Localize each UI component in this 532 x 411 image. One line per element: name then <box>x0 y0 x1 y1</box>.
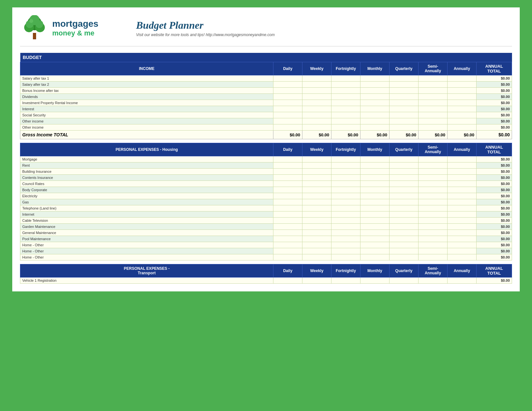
cell-annual-total: $0.00 <box>477 88 512 94</box>
transport-col-annually: Annually <box>448 264 477 278</box>
cell-fortnightly[interactable] <box>331 82 360 88</box>
cell-quarterly[interactable] <box>389 100 419 106</box>
cell-weekly[interactable] <box>302 94 331 100</box>
cell-semi-annually[interactable] <box>419 100 448 106</box>
housing-col-monthly: Monthly <box>360 143 389 156</box>
cell-fortnightly[interactable] <box>331 124 360 131</box>
transport-col-daily: Daily <box>273 264 302 278</box>
table-row: Gas $0.00 <box>20 199 512 205</box>
cell-semi-annually[interactable] <box>419 124 448 131</box>
cell-monthly[interactable] <box>360 88 389 94</box>
cell-fortnightly[interactable] <box>331 100 360 106</box>
table-row: Home - Other $0.00 <box>20 242 512 248</box>
table-row: Vehicle 1 Registration $0.00 <box>20 278 512 284</box>
cell-annually[interactable] <box>448 118 477 124</box>
transport-col-weekly: Weekly <box>302 264 331 278</box>
logo-money: money & me <box>52 29 98 37</box>
cell-fortnightly[interactable] <box>331 88 360 94</box>
transport-col-annual-total: ANNUALTOTAL <box>477 264 512 278</box>
cell-monthly[interactable] <box>360 106 389 112</box>
cell-quarterly[interactable] <box>389 75 419 82</box>
table-row: Body Corporate $0.00 <box>20 187 512 193</box>
cell-weekly[interactable] <box>302 75 331 82</box>
row-label: Home - Other <box>20 242 273 248</box>
col-fortnightly: Fortnightly <box>331 62 360 75</box>
cell-semi-annually[interactable] <box>419 118 448 124</box>
budget-section-header: BUDGET <box>20 53 512 62</box>
transport-col-quarterly: Quarterly <box>389 264 419 278</box>
table-row: Other income $0.00 <box>20 118 512 124</box>
budget-table: BUDGET INCOME Daily Weekly Fortnightly M… <box>20 53 512 284</box>
cell-monthly[interactable] <box>360 75 389 82</box>
cell-daily[interactable] <box>273 82 302 88</box>
header-right: Budget Planner Visit our website for mor… <box>123 19 512 37</box>
col-daily: Daily <box>273 62 302 75</box>
row-label: Salary after tax 1 <box>20 75 273 82</box>
cell-daily[interactable] <box>273 112 302 118</box>
cell-quarterly[interactable] <box>389 118 419 124</box>
cell-fortnightly[interactable] <box>331 106 360 112</box>
cell-monthly[interactable] <box>360 82 389 88</box>
page-title: Budget Planner <box>136 19 512 31</box>
cell-daily[interactable] <box>273 118 302 124</box>
cell-annually[interactable] <box>448 100 477 106</box>
income-label-header: INCOME <box>20 62 273 75</box>
cell-semi-annually[interactable] <box>419 106 448 112</box>
cell-fortnightly[interactable] <box>331 75 360 82</box>
cell-fortnightly[interactable] <box>331 112 360 118</box>
table-row: Bonus Income after tax $0.00 <box>20 88 512 94</box>
total-daily: $0.00 <box>273 131 302 139</box>
table-row: Contents Insurance $0.00 <box>20 175 512 181</box>
cell-annually[interactable] <box>448 106 477 112</box>
cell-monthly[interactable] <box>360 94 389 100</box>
cell-semi-annually[interactable] <box>419 75 448 82</box>
cell-annually[interactable] <box>448 82 477 88</box>
cell-weekly[interactable] <box>302 118 331 124</box>
row-label: Other income <box>20 118 273 124</box>
cell-weekly[interactable] <box>302 124 331 131</box>
cell-daily[interactable] <box>273 100 302 106</box>
cell-semi-annually[interactable] <box>419 112 448 118</box>
cell-quarterly[interactable] <box>389 82 419 88</box>
svg-rect-0 <box>33 33 36 39</box>
transport-label-header: PERSONAL EXPENSES -Transport <box>20 264 273 278</box>
cell-annually[interactable] <box>448 112 477 118</box>
cell-quarterly[interactable] <box>389 124 419 131</box>
table-row: Dividends $0.00 <box>20 94 512 100</box>
transport-col-semi: Semi-Annually <box>419 264 448 278</box>
cell-monthly[interactable] <box>360 112 389 118</box>
cell-semi-annually[interactable] <box>419 88 448 94</box>
cell-fortnightly[interactable] <box>331 118 360 124</box>
cell-annually[interactable] <box>448 75 477 82</box>
cell-daily[interactable] <box>273 124 302 131</box>
cell-annual-total: $0.00 <box>477 124 512 131</box>
cell-annually[interactable] <box>448 94 477 100</box>
cell-annual-total: $0.00 <box>477 106 512 112</box>
cell-daily[interactable] <box>273 106 302 112</box>
cell-monthly[interactable] <box>360 124 389 131</box>
cell-weekly[interactable] <box>302 82 331 88</box>
housing-col-quarterly: Quarterly <box>389 143 419 156</box>
cell-quarterly[interactable] <box>389 112 419 118</box>
cell-daily[interactable] <box>273 88 302 94</box>
cell-daily[interactable] <box>273 94 302 100</box>
cell-quarterly[interactable] <box>389 94 419 100</box>
cell-weekly[interactable] <box>302 106 331 112</box>
cell-fortnightly[interactable] <box>331 94 360 100</box>
cell-semi-annually[interactable] <box>419 82 448 88</box>
cell-monthly[interactable] <box>360 100 389 106</box>
cell-annual-total: $0.00 <box>477 94 512 100</box>
cell-annually[interactable] <box>448 124 477 131</box>
logo-area: mortgages money & me <box>20 15 123 41</box>
row-label: Other income <box>20 124 273 131</box>
cell-quarterly[interactable] <box>389 106 419 112</box>
cell-weekly[interactable] <box>302 100 331 106</box>
cell-quarterly[interactable] <box>389 88 419 94</box>
cell-semi-annually[interactable] <box>419 94 448 100</box>
cell-annually[interactable] <box>448 88 477 94</box>
row-label: Dividends <box>20 94 273 100</box>
cell-monthly[interactable] <box>360 118 389 124</box>
cell-weekly[interactable] <box>302 88 331 94</box>
cell-weekly[interactable] <box>302 112 331 118</box>
cell-daily[interactable] <box>273 75 302 82</box>
